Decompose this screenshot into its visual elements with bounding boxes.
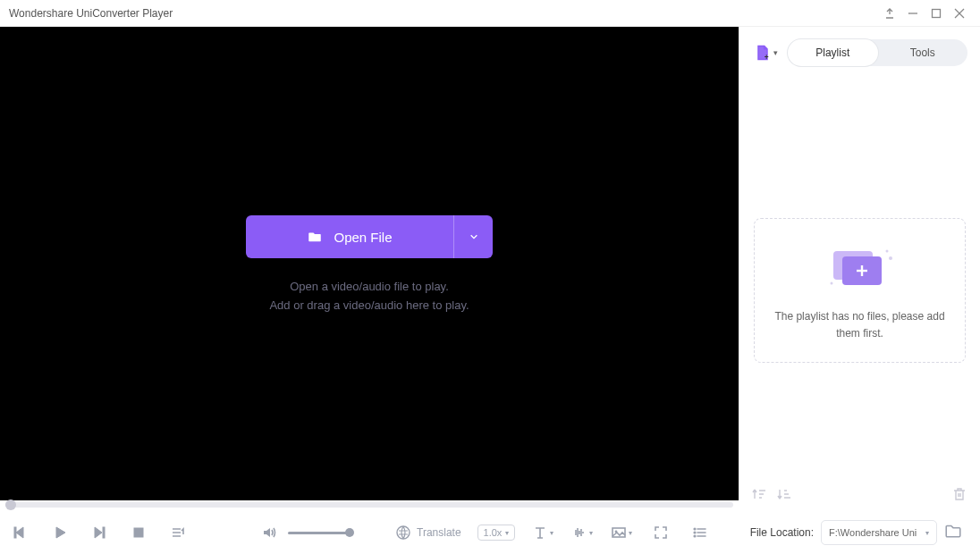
svg-point-22 [695, 532, 697, 533]
translate-button[interactable]: Translate [395, 525, 461, 541]
chevron-down-icon: ▾ [629, 529, 632, 537]
chevron-down-icon: ▾ [773, 48, 778, 57]
seek-bar[interactable] [5, 502, 733, 508]
file-add-icon: + [754, 44, 772, 62]
file-location-label: File Location: [750, 526, 814, 539]
svg-point-21 [695, 528, 697, 530]
chevron-down-icon: ▾ [550, 529, 553, 537]
volume-button[interactable] [258, 521, 281, 544]
maximize-button[interactable] [925, 2, 948, 25]
window-title: Wondershare UniConverter Player [9, 7, 878, 20]
fullscreen-button[interactable] [649, 521, 672, 544]
speed-button[interactable]: 1.0x ▾ [477, 525, 516, 541]
volume-slider[interactable] [288, 532, 351, 534]
svg-marker-12 [16, 527, 23, 538]
file-location-group: File Location: F:\Wondershare Uni ▾ [750, 520, 971, 545]
chevron-down-icon: ▾ [925, 529, 929, 537]
translate-label: Translate [417, 526, 461, 539]
playlist-empty-card[interactable]: The playlist has no files, please add th… [754, 218, 966, 363]
volume-control [258, 521, 351, 544]
svg-point-11 [830, 282, 832, 285]
side-tabs: Playlist Tools [788, 39, 967, 66]
close-button[interactable] [948, 2, 971, 25]
playlist-toggle-button[interactable] [166, 521, 190, 544]
seek-thumb[interactable] [5, 499, 16, 510]
svg-point-18 [397, 526, 410, 539]
open-file-panel: Open File Open a video/audio file to pla… [246, 215, 493, 312]
chevron-down-icon: ▾ [589, 529, 593, 537]
progress-bar-row [0, 500, 739, 509]
sort-asc-button[interactable] [751, 486, 767, 502]
audio-track-button[interactable]: ▾ [570, 521, 594, 544]
svg-rect-13 [14, 527, 16, 538]
side-panel: + ▾ Playlist Tools The playlist has no f… [739, 27, 980, 500]
tab-tools[interactable]: Tools [878, 39, 968, 66]
volume-thumb[interactable] [345, 528, 354, 537]
prev-button[interactable] [9, 521, 32, 544]
chevron-down-icon [469, 232, 478, 241]
svg-marker-15 [95, 527, 102, 538]
svg-rect-1 [933, 9, 941, 17]
svg-point-23 [695, 535, 697, 537]
tab-playlist[interactable]: Playlist [788, 39, 878, 66]
title-bar: Wondershare UniConverter Player [0, 0, 980, 27]
open-file-label: Open File [334, 230, 392, 245]
file-location-value: F:\Wondershare Uni [829, 527, 917, 538]
play-button[interactable] [48, 521, 72, 544]
open-hint-1: Open a video/audio file to play. [246, 280, 493, 293]
translate-icon [395, 525, 411, 541]
delete-button[interactable] [951, 486, 967, 502]
svg-text:+: + [764, 53, 768, 62]
svg-point-9 [885, 250, 888, 253]
video-viewport[interactable]: Open File Open a video/audio file to pla… [0, 27, 739, 500]
next-button[interactable] [88, 521, 111, 544]
pin-button[interactable] [878, 2, 901, 25]
main-area: Open File Open a video/audio file to pla… [0, 27, 980, 500]
svg-point-10 [889, 256, 892, 260]
open-file-group: Open File [246, 215, 493, 258]
snapshot-button[interactable]: ▾ [610, 521, 633, 544]
svg-marker-14 [56, 527, 65, 538]
subtitle-button[interactable]: ▾ [531, 521, 554, 544]
file-location-select[interactable]: F:\Wondershare Uni ▾ [821, 520, 937, 545]
open-folder-button[interactable] [944, 522, 966, 543]
svg-rect-16 [103, 527, 105, 538]
svg-rect-17 [134, 528, 143, 537]
open-file-button[interactable]: Open File [246, 215, 453, 258]
speed-label: 1.0x [484, 527, 503, 538]
settings-list-button[interactable] [689, 521, 712, 544]
open-file-dropdown[interactable] [453, 215, 493, 258]
playlist-empty-text: The playlist has no files, please add th… [769, 308, 950, 342]
add-media-button[interactable]: + ▾ [752, 41, 779, 64]
side-bottom-actions [751, 486, 967, 502]
chevron-down-icon: ▾ [505, 529, 509, 537]
transport-bar: Translate 1.0x ▾ ▾ ▾ ▾ File Location: F:… [0, 509, 980, 554]
open-hint-2: Add or drag a video/audio here to play. [246, 298, 493, 312]
stop-button[interactable] [127, 521, 150, 544]
folder-open-icon [307, 229, 323, 245]
side-top-bar: + ▾ Playlist Tools [739, 27, 980, 75]
minimize-button[interactable] [901, 2, 925, 25]
sort-desc-button[interactable] [776, 486, 792, 502]
add-folder-illustration [824, 242, 896, 292]
